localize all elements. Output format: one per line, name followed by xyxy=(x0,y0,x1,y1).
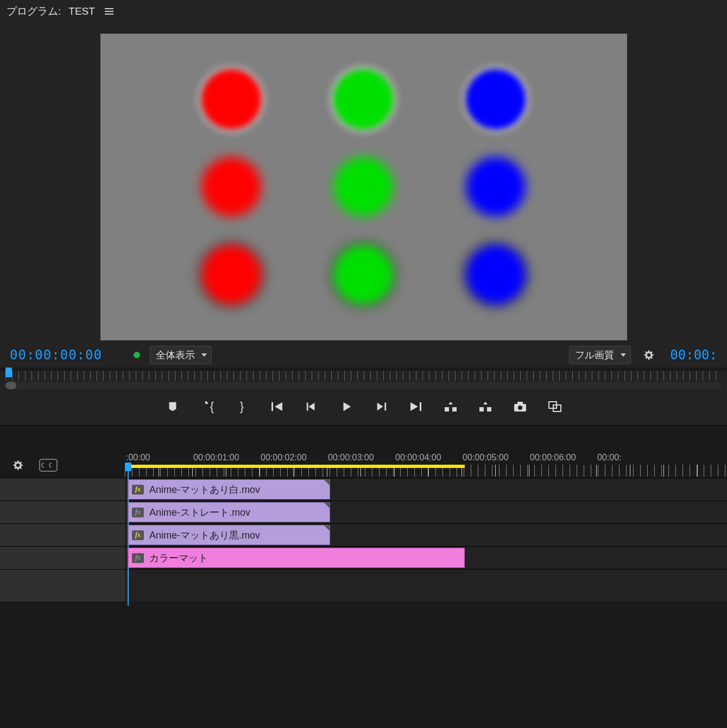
svg-rect-3 xyxy=(420,402,421,411)
svg-point-9 xyxy=(518,406,522,410)
go-to-in-button[interactable] xyxy=(269,399,285,414)
timeline-panel: :00:00 00:00:01:00 00:00:02:00 00:00:03:… xyxy=(0,426,727,602)
tick-label: 00:00:04:00 xyxy=(395,453,441,463)
track-header[interactable] xyxy=(0,524,125,546)
track-header[interactable] xyxy=(0,478,125,501)
step-back-button[interactable] xyxy=(304,399,319,414)
preview-dot xyxy=(201,157,261,217)
clip-corner-icon xyxy=(324,526,330,531)
clip-corner-icon xyxy=(324,480,330,485)
track-row[interactable]: fx Anime-ストレート.mov xyxy=(0,501,727,523)
tick-label: 00:00:02:00 xyxy=(261,453,307,463)
tick-label: 00:00:05:00 xyxy=(463,453,509,463)
svg-rect-4 xyxy=(445,407,449,412)
monitor-time-ruler[interactable] xyxy=(5,371,722,381)
monitor-info-bar: 00:00:00:00 全体表示 フル画質 00:00: xyxy=(0,340,727,368)
svg-rect-0 xyxy=(271,402,273,411)
fx-badge-icon[interactable]: fx xyxy=(132,485,144,495)
preview-dot xyxy=(466,245,526,305)
video-clip[interactable]: fx Anime-ストレート.mov xyxy=(128,502,330,522)
svg-rect-2 xyxy=(384,403,386,411)
svg-rect-10 xyxy=(517,402,523,404)
go-to-out-button[interactable] xyxy=(408,399,423,414)
video-clip[interactable]: fx カラーマット xyxy=(128,548,465,568)
quality-select[interactable]: フル画質 xyxy=(569,346,631,364)
track-header[interactable] xyxy=(0,501,125,523)
settings-wrench-icon[interactable] xyxy=(641,348,655,362)
timeline-ruler[interactable] xyxy=(125,465,727,477)
tick-label: 00:00:01:00 xyxy=(193,453,239,463)
preview-dot xyxy=(333,69,393,129)
program-monitor xyxy=(0,23,727,340)
fx-badge-icon[interactable]: fx xyxy=(132,553,144,563)
clip-name: Anime-マットあり黒.mov xyxy=(149,529,260,542)
preview-dot xyxy=(466,69,526,129)
tick-label: 00:00: xyxy=(597,453,621,463)
track-row[interactable] xyxy=(0,569,727,602)
zoom-select-label: 全体表示 xyxy=(156,349,195,362)
add-marker-button[interactable] xyxy=(165,399,180,414)
work-area-bar[interactable] xyxy=(128,465,465,468)
fx-badge-icon[interactable]: fx xyxy=(132,530,144,540)
export-frame-button[interactable] xyxy=(513,399,528,414)
timeline-tools xyxy=(0,453,125,478)
svg-rect-7 xyxy=(487,407,491,412)
extract-button[interactable] xyxy=(478,399,493,414)
track-header[interactable] xyxy=(0,569,125,602)
status-led-icon xyxy=(134,352,140,358)
out-timecode[interactable]: 00:00: xyxy=(670,347,717,363)
monitor-zoom-scrollbar[interactable] xyxy=(5,382,722,389)
zoom-select[interactable]: 全体表示 xyxy=(150,346,212,364)
clip-corner-icon xyxy=(324,503,330,508)
panel-menu-icon[interactable] xyxy=(103,6,116,17)
timeline-tick-labels: :00:00 00:00:01:00 00:00:02:00 00:00:03:… xyxy=(125,453,727,465)
preview-dot xyxy=(466,157,526,217)
svg-rect-5 xyxy=(452,407,457,412)
preview-dot xyxy=(333,157,393,217)
tick-label: 00:00:03:00 xyxy=(328,453,374,463)
mark-out-button[interactable]: } xyxy=(235,399,250,414)
captions-icon[interactable] xyxy=(39,459,58,472)
mark-in-button[interactable]: { xyxy=(200,399,215,414)
video-clip[interactable]: fx Anime-マットあり白.mov xyxy=(128,479,330,499)
zoom-scroll-handle[interactable] xyxy=(5,382,16,389)
track-row[interactable]: fx Anime-マットあり黒.mov xyxy=(0,523,727,546)
clip-name: カラーマット xyxy=(149,552,208,565)
clip-name: Anime-ストレート.mov xyxy=(149,506,250,519)
preview-dot xyxy=(201,245,261,305)
panel-label: プログラム: xyxy=(7,4,61,18)
timeline-tracks: fx Anime-マットあり白.mov fx Anime-ストレート.mov f xyxy=(0,478,727,602)
tick-label: 00:00:06:00 xyxy=(530,453,576,463)
preview-canvas[interactable] xyxy=(100,34,627,340)
track-header[interactable] xyxy=(0,547,125,569)
clip-name: Anime-マットあり白.mov xyxy=(149,483,260,496)
svg-rect-1 xyxy=(306,403,308,411)
lift-button[interactable] xyxy=(443,399,458,414)
comparison-view-button[interactable] xyxy=(547,399,562,414)
track-row[interactable]: fx カラーマット xyxy=(0,546,727,569)
transport-controls: { } xyxy=(0,391,727,426)
timeline-settings-icon[interactable] xyxy=(10,458,24,472)
video-clip[interactable]: fx Anime-マットあり黒.mov xyxy=(128,525,330,545)
preview-dot xyxy=(201,69,261,129)
monitor-playhead[interactable] xyxy=(5,368,12,377)
track-row[interactable]: fx Anime-マットあり白.mov xyxy=(0,478,727,501)
current-timecode[interactable]: 00:00:00:00 xyxy=(10,347,102,363)
preview-dot xyxy=(333,245,393,305)
play-button[interactable] xyxy=(339,399,354,414)
fx-badge-icon[interactable]: fx xyxy=(132,508,144,517)
tick-label: :00:00 xyxy=(126,453,150,463)
svg-rect-6 xyxy=(479,407,484,412)
step-forward-button[interactable] xyxy=(374,399,389,414)
program-monitor-header: プログラム: TEST xyxy=(0,0,727,23)
sequence-name: TEST xyxy=(68,5,95,17)
quality-select-label: フル画質 xyxy=(575,349,614,362)
